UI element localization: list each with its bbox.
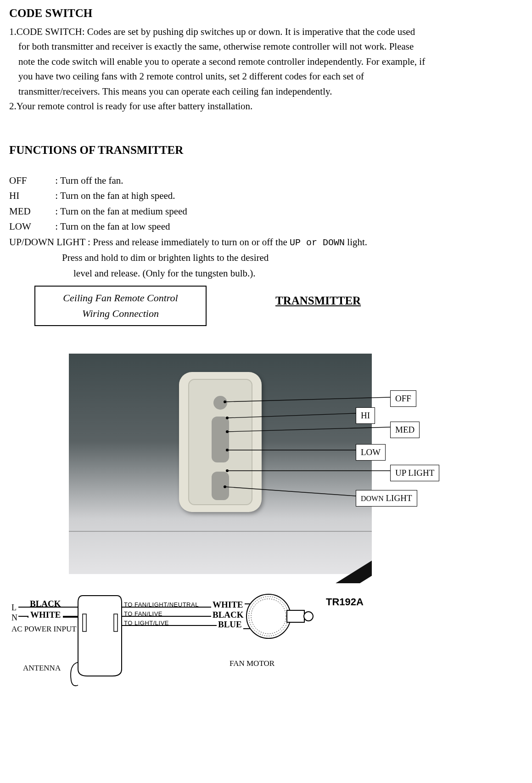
func-updown-mono: UP or DOWN (290, 237, 345, 248)
callout-down-light: DOWN LIGHT (356, 490, 417, 506)
remote-button-light-rocker (212, 472, 229, 500)
code-switch-item1-line5: transmitter/receivers. This means you ca… (9, 84, 523, 99)
remote-body (179, 372, 262, 512)
svg-point-21 (246, 594, 291, 638)
callout-low: LOW (356, 444, 386, 460)
func-updown-tail: light. (345, 237, 367, 248)
remote-button-speed-rocker (212, 417, 229, 462)
func-updown-line3: level and release. (Only for the tungste… (9, 266, 523, 281)
callout-off: OFF (390, 390, 416, 406)
label-antenna: ANTENNA (23, 662, 61, 674)
func-hi-key: HI (9, 188, 53, 203)
func-med-val: : Turn on the fan at medium speed (55, 206, 187, 217)
func-off-key: OFF (9, 173, 53, 188)
callout-up-light: UP LIGHT (390, 465, 439, 481)
func-off-val: : Turn off the fan. (55, 175, 123, 186)
code-switch-item1-line2: for both transmitter and receiver is exa… (9, 39, 523, 54)
wire-desc-neutral: TO FAN/LIGHT/NEUTRAL (124, 600, 199, 609)
svg-rect-24 (287, 610, 304, 622)
code-switch-item1-line4: you have two ceiling fans with 2 remote … (9, 69, 523, 84)
func-updown-lead: UP/DOWN LIGHT : Press and release immedi… (9, 237, 290, 248)
heading-transmitter: TRANSMITTER (275, 292, 361, 310)
remote-button-off (213, 396, 227, 410)
label-ac-power-input: AC POWER INPUT (11, 623, 77, 635)
code-switch-body: 1.CODE SWITCH: Codes are set by pushing … (9, 24, 523, 114)
svg-point-25 (304, 612, 313, 621)
func-med-key: MED (9, 204, 53, 219)
callout-hi: HI (356, 407, 375, 423)
label-fan-motor: FAN MOTOR (230, 658, 274, 670)
wire-label-blue-right: BLUE (217, 618, 243, 631)
wiring-title-line2: Wiring Connection (40, 306, 201, 321)
heading-code-switch: CODE SWITCH (9, 5, 523, 23)
wire-desc-light-live: TO LIGHT/LIVE (124, 619, 169, 628)
func-updown-line2: Press and hold to dim or brighten lights… (9, 250, 523, 265)
model-number: TR192A (326, 594, 364, 610)
photo-paper-edge (69, 531, 372, 532)
wire-label-white-left: WHITE (28, 608, 63, 621)
callout-down-light-big: LIGHT (384, 493, 412, 503)
wiring-diagram: BLACK WHITE L N AC POWER INPUT ANTENNA T… (9, 589, 523, 690)
callout-med: MED (390, 422, 420, 438)
terminal-N: N (11, 612, 17, 625)
code-switch-item1-line1: 1.CODE SWITCH: Codes are set by pushing … (9, 24, 523, 39)
heading-functions: FUNCTIONS OF TRANSMITTER (9, 141, 523, 159)
wiring-title-box: Ceiling Fan Remote Control Wiring Connec… (34, 286, 207, 326)
func-hi-val: : Turn on the fan at high speed. (55, 190, 175, 201)
functions-list: OFF : Turn off the fan. HI : Turn on the… (9, 173, 523, 281)
wire-desc-fan-live: TO FAN/LIVE (124, 609, 162, 619)
callout-down-light-small: DOWN (361, 495, 384, 502)
code-switch-item1-line3: note the code switch will enable you to … (9, 54, 523, 69)
func-low-val: : Turn on the fan at low speed (55, 221, 170, 232)
transmitter-photo-figure: OFF HI MED LOW UP LIGHT DOWN LIGHT (9, 354, 523, 583)
wiring-title-line1: Ceiling Fan Remote Control (40, 290, 201, 306)
func-low-key: LOW (9, 219, 53, 234)
remote-faceplate (188, 379, 252, 505)
code-switch-item2: 2.Your remote control is ready for use a… (9, 99, 523, 114)
